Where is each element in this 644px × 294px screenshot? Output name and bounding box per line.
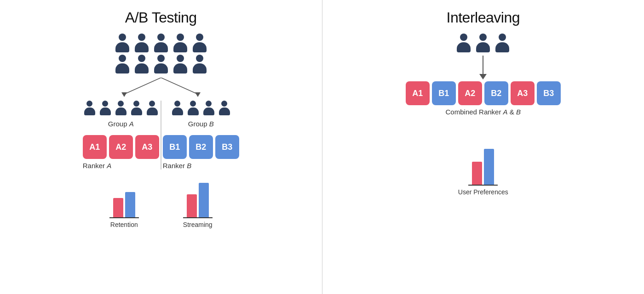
streaming-bar-b [199, 183, 209, 217]
group-a: Group A A1 A2 A3 Ranker A [83, 101, 159, 170]
streaming-bar-a [187, 194, 197, 217]
streaming-label: Streaming [183, 221, 213, 228]
ranker-a-container: A1 A2 A3 Ranker A [83, 135, 159, 170]
combined-box-b3: B3 [537, 81, 561, 105]
ab-testing-panel: A/B Testing [0, 0, 322, 294]
users-row-2 [114, 55, 208, 75]
arrow-head [479, 74, 487, 79]
ranker-box-b3: B3 [215, 135, 239, 159]
user-icon [145, 101, 159, 117]
interleaving-title: Interleaving [447, 9, 520, 26]
retention-metric: Retention [87, 181, 161, 228]
user-icon [202, 101, 216, 117]
group-b-label: Group B [188, 120, 214, 128]
combined-ranker-boxes: A1 B1 A2 B2 A3 B3 [406, 81, 561, 105]
retention-bar-b [125, 192, 135, 217]
arrow-shaft [483, 56, 483, 74]
ranker-box-b1: B1 [163, 135, 187, 159]
user-icon [98, 101, 112, 117]
streaming-chart [183, 181, 213, 218]
ranker-b-label: Ranker B [163, 162, 239, 170]
user-icon [114, 101, 128, 117]
retention-chart [109, 181, 139, 218]
svg-marker-3 [195, 92, 201, 97]
ab-testing-title: A/B Testing [125, 9, 197, 26]
group-divider [161, 101, 161, 170]
ranker-a-boxes: A1 A2 A3 [83, 135, 159, 159]
ranker-b-boxes: B1 B2 B3 [163, 135, 239, 159]
large-user-group [114, 34, 208, 75]
interleaving-panel: Interleaving A1 B1 A2 B2 A3 B3 Combined … [322, 0, 644, 294]
user-icon [130, 101, 144, 117]
user-preferences-chart [468, 149, 498, 186]
group-b: Group B B1 B2 B3 Ranker B [163, 101, 239, 170]
user-icon [494, 34, 511, 54]
user-icon [152, 55, 170, 75]
combined-ranker-container: A1 B1 A2 B2 A3 B3 Combined Ranker A & B [406, 81, 561, 116]
user-icon [191, 34, 208, 54]
down-arrow-container [479, 56, 487, 79]
user-preferences-label: User Preferences [458, 188, 508, 196]
group-b-users [171, 101, 231, 117]
groups-container: Group A A1 A2 A3 Ranker A Group B [83, 101, 239, 170]
user-icon [114, 55, 131, 75]
user-icon [455, 34, 472, 54]
user-icon [133, 34, 150, 54]
svg-marker-1 [121, 92, 127, 97]
streaming-metric: Streaming [161, 181, 235, 228]
user-icon [218, 101, 231, 117]
user-pref-bar-a [472, 162, 482, 185]
user-preferences-metric: User Preferences [458, 149, 508, 196]
user-icon [133, 55, 150, 75]
svg-line-0 [124, 78, 161, 94]
combined-box-a2: A2 [458, 81, 482, 105]
group-a-users [83, 101, 159, 117]
retention-bar-a [113, 198, 123, 217]
interleaving-users-row [455, 34, 511, 54]
combined-box-a1: A1 [406, 81, 430, 105]
ab-metrics: Retention Streaming [0, 181, 322, 228]
ranker-box-a2: A2 [109, 135, 133, 159]
ranker-box-b2: B2 [189, 135, 213, 159]
ranker-a-label: Ranker A [83, 162, 159, 170]
svg-line-2 [161, 78, 198, 94]
users-row-1 [114, 34, 208, 54]
user-icon [114, 34, 131, 54]
user-icon [152, 34, 170, 54]
user-icon [172, 34, 189, 54]
group-a-label: Group A [108, 120, 134, 128]
user-icon [83, 101, 97, 117]
interleaving-users [455, 34, 511, 54]
combined-box-b1: B1 [432, 81, 456, 105]
user-icon [172, 55, 189, 75]
ranker-b-container: B1 B2 B3 Ranker B [163, 135, 239, 170]
ranker-box-a1: A1 [83, 135, 107, 159]
retention-label: Retention [110, 221, 138, 228]
user-icon [186, 101, 200, 117]
combined-box-a3: A3 [511, 81, 535, 105]
ranker-box-a3: A3 [135, 135, 159, 159]
user-pref-bar-b [484, 149, 494, 185]
split-arrows-container [87, 78, 235, 100]
split-arrows-svg [87, 78, 235, 100]
user-icon [474, 34, 492, 54]
user-icon [191, 55, 208, 75]
combined-ranker-label: Combined Ranker A & B [446, 108, 521, 116]
combined-box-b2: B2 [484, 81, 508, 105]
user-icon [171, 101, 184, 117]
